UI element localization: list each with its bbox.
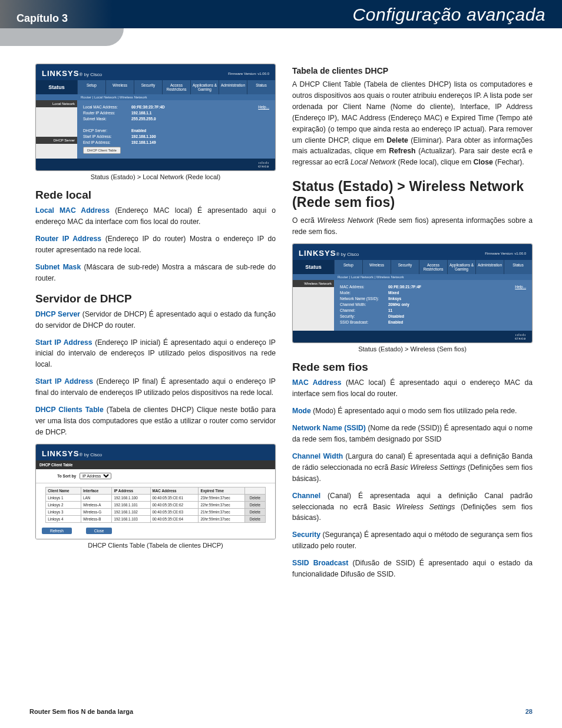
close-button[interactable]: Close bbox=[86, 528, 113, 534]
side-wireless-network: Wireless Network bbox=[293, 280, 334, 287]
tab-access[interactable]: Access Restrictions bbox=[419, 260, 447, 274]
para-dhcp-server: DHCP Server (Servidor de DHCP) É apresen… bbox=[35, 309, 276, 331]
para-ssid-broadcast: SSID Broadcast (Difusão de SSID) É apres… bbox=[292, 558, 533, 580]
brand-logo: LINKSYS® by Cisco bbox=[299, 249, 359, 258]
tab-admin[interactable]: Administration bbox=[219, 80, 247, 94]
table-row: Linksys 1LAN192.168.1.10000:40:05:35:CE:… bbox=[46, 494, 266, 501]
right-column: Tabela de clientes DHCP A DHCP Client Ta… bbox=[292, 64, 533, 586]
delete-button[interactable]: Delete bbox=[245, 515, 266, 522]
table-row: Linksys 2Wireless-A192.168.1.10100:40:05… bbox=[46, 501, 266, 508]
subtabs[interactable]: Router | Local Network | Wireless Networ… bbox=[36, 94, 275, 100]
caption-shot2: DHCP Clients Table (Tabela de clientes D… bbox=[35, 542, 276, 549]
tab-apps[interactable]: Applications & Gaming bbox=[190, 80, 219, 94]
subtabs[interactable]: Router | Local Network | Wireless Networ… bbox=[293, 274, 532, 280]
para-status-intro: O ecrã Wireless Network (Rede sem fios) … bbox=[292, 215, 533, 238]
header-corner bbox=[0, 28, 124, 46]
table-row: Linksys 4Wireless-B192.168.1.10300:40:05… bbox=[46, 515, 266, 522]
brand-logo: LINKSYS® by Cisco bbox=[42, 69, 102, 78]
para-mode: Mode (Modo) É apresentado aqui o modo se… bbox=[292, 406, 533, 417]
sort-label: To Sort by bbox=[41, 474, 76, 478]
page-footer: Router Sem fios N de banda larga 28 bbox=[29, 708, 533, 715]
side-dhcp-server: DHCP Server bbox=[36, 137, 77, 144]
left-column: LINKSYS® by Cisco Firmware Version: v1.0… bbox=[35, 64, 276, 586]
brand-logo: LINKSYS® by Cisco bbox=[42, 449, 102, 458]
delete-button[interactable]: Delete bbox=[245, 501, 266, 508]
screenshot-wireless-network: LINKSYS® by Cisco Firmware Version: v1.0… bbox=[292, 243, 533, 343]
chapter-label: Capítulo 3 bbox=[16, 12, 68, 25]
dhcp-table: Client Name Interface IP Address MAC Add… bbox=[45, 487, 266, 523]
tab-status[interactable]: Status bbox=[247, 80, 275, 94]
para-router-ip: Router IP Address (Endereço IP do router… bbox=[35, 233, 276, 256]
status-heading: Status bbox=[293, 260, 334, 274]
page-header: Capítulo 3 Configuração avançada bbox=[0, 0, 562, 28]
dhcp-client-table-button[interactable]: DHCP Client Table bbox=[83, 147, 121, 154]
para-dhcp-clients: DHCP Clients Table (Tabela de clientes D… bbox=[35, 404, 276, 438]
firmware-label: Firmware Version: v1.00.0 bbox=[485, 252, 526, 255]
para-channel: Channel (Canal) É apresentada aqui a def… bbox=[292, 490, 533, 524]
para-start-ip: Start IP Address (Endereço IP inicial) É… bbox=[35, 337, 276, 371]
para-local-mac: Local MAC Address (Endereço MAC local) É… bbox=[35, 205, 276, 228]
content-columns: LINKSYS® by Cisco Firmware Version: v1.0… bbox=[0, 46, 562, 592]
para-ssid: Network Name (SSID) (Nome da rede (SSID)… bbox=[292, 423, 533, 445]
tab-status[interactable]: Status bbox=[504, 260, 532, 274]
tab-apps[interactable]: Applications & Gaming bbox=[447, 260, 475, 274]
tab-admin[interactable]: Administration bbox=[475, 260, 504, 274]
cisco-logo: ıılıılıcisco bbox=[36, 159, 275, 170]
tab-wireless[interactable]: Wireless bbox=[105, 80, 134, 94]
screenshot-dhcp-table: LINKSYS® by Cisco DHCP Client Table To S… bbox=[35, 444, 276, 539]
footer-title: Router Sem fios N de banda larga bbox=[29, 708, 133, 715]
nav-tabs: Setup Wireless Security Access Restricti… bbox=[77, 80, 275, 94]
heading-status-wireless: Status (Estado) > Wireless Network (Rede… bbox=[292, 179, 533, 210]
delete-button[interactable]: Delete bbox=[245, 508, 266, 515]
status-heading: Status bbox=[36, 80, 77, 94]
tab-security[interactable]: Security bbox=[134, 80, 162, 94]
firmware-label: Firmware Version: v1.00.0 bbox=[228, 72, 269, 75]
caption-shot1: Status (Estado) > Local Network (Rede lo… bbox=[35, 173, 276, 180]
delete-button[interactable]: Delete bbox=[245, 494, 266, 501]
heading-servidor-dhcp: Servidor de DHCP bbox=[35, 292, 276, 305]
tab-setup[interactable]: Setup bbox=[77, 80, 105, 94]
cisco-logo: ıılıılıcisco bbox=[293, 331, 532, 342]
help-link[interactable]: Help... bbox=[515, 285, 526, 289]
page-title: Configuração avançada bbox=[353, 5, 546, 25]
tab-setup[interactable]: Setup bbox=[334, 260, 362, 274]
caption-shot3: Status (Estado) > Wireless (Sem fios) bbox=[292, 345, 533, 353]
screenshot-local-network: LINKSYS® by Cisco Firmware Version: v1.0… bbox=[35, 64, 276, 171]
para-channel-width: Channel Width (Largura do canal) É apres… bbox=[292, 451, 533, 485]
heading-rede-sem-fios: Rede sem fios bbox=[292, 361, 533, 374]
tab-access[interactable]: Access Restrictions bbox=[162, 80, 190, 94]
para-tabela-clientes: A DHCP Client Table (Tabela de clientes … bbox=[292, 79, 533, 168]
help-link[interactable]: Help... bbox=[258, 105, 269, 109]
tab-security[interactable]: Security bbox=[391, 260, 419, 274]
para-subnet: Subnet Mask (Máscara de sub-rede) Mostra… bbox=[35, 262, 276, 284]
dhcp-title: DHCP Client Table bbox=[36, 460, 275, 469]
page-number: 28 bbox=[525, 708, 533, 715]
tab-wireless[interactable]: Wireless bbox=[362, 260, 391, 274]
sort-select[interactable]: IP Address bbox=[80, 473, 111, 479]
side-local-network: Local Network bbox=[36, 100, 77, 107]
para-mac: MAC Address (MAC local) É apresentado aq… bbox=[292, 377, 533, 400]
table-row: Linksys 3Wireless-G192.168.1.10200:40:05… bbox=[46, 508, 266, 515]
heading-tabela-clientes: Tabela de clientes DHCP bbox=[292, 66, 533, 75]
para-security: Security (Segurança) É apresentado aqui … bbox=[292, 529, 533, 552]
refresh-button[interactable]: Refresh bbox=[42, 528, 72, 534]
para-end-ip: Start IP Address (Endereço IP final) É a… bbox=[35, 376, 276, 398]
heading-rede-local: Rede local bbox=[35, 189, 276, 202]
